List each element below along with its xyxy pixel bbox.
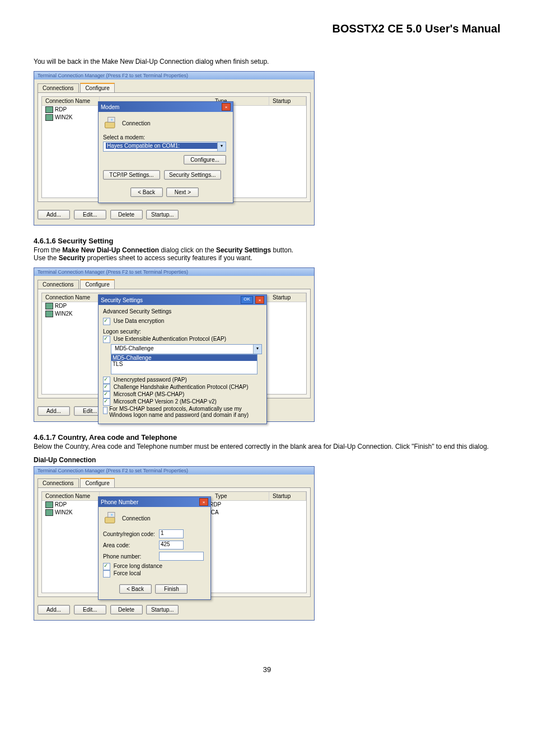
add-button[interactable]: Add... bbox=[38, 605, 70, 614]
connection-list: Connection Name Type Startup RDP RDP WIN… bbox=[41, 491, 307, 593]
t2: Make New Dial-Up Connection bbox=[62, 246, 159, 254]
phone-dialog-body: Connection Country/region code: 1 Area c… bbox=[99, 507, 210, 599]
connection-rows: RDP RDP WIN2K ICA Phone Number × bbox=[42, 501, 306, 593]
force-long-distance-checkbox[interactable] bbox=[103, 563, 110, 570]
header-startup[interactable]: Startup bbox=[269, 293, 306, 302]
modem-dropdown[interactable]: Hayes Compatible on COM1: ▾ bbox=[103, 142, 226, 152]
security-settings-button[interactable]: Security Settings... bbox=[164, 170, 221, 180]
listbox-item[interactable]: MD5-Challenge bbox=[111, 355, 257, 361]
tab-configure[interactable]: Configure bbox=[80, 279, 114, 289]
modem-dialog-body: Connection Select a modem: Hayes Compati… bbox=[99, 112, 233, 203]
delete-button[interactable]: Delete bbox=[110, 605, 143, 614]
connection-wizard-icon bbox=[103, 510, 119, 526]
edit-button[interactable]: Edit... bbox=[74, 210, 106, 219]
t7: Security bbox=[59, 254, 85, 262]
t6: Use the bbox=[34, 254, 59, 262]
connection-list: Connection Name Type Startup RDP WIN2K S… bbox=[41, 293, 307, 395]
configure-button[interactable]: Configure... bbox=[184, 155, 226, 165]
phone-dialog: Phone Number × Connection Country/region… bbox=[98, 496, 211, 600]
tcm-tabs: Connections Configure bbox=[34, 475, 314, 487]
eap-dropdown[interactable]: MD5-Challenge ▾ bbox=[111, 344, 262, 354]
eap-label: Use Extensible Authentication Protocol (… bbox=[114, 336, 226, 342]
tcm-window-phone: Terminal Connection Manager (Press F2 to… bbox=[34, 466, 315, 621]
header-name[interactable]: Connection Name bbox=[42, 293, 100, 302]
security-dialog: Security Settings OK × Advanced Security… bbox=[98, 294, 267, 424]
tab-configure[interactable]: Configure bbox=[80, 478, 114, 487]
header-startup[interactable]: Startup bbox=[269, 97, 306, 105]
area-code-value: 425 bbox=[161, 541, 170, 547]
section-4617-heading: 4.6.1.7 Country, Area code and Telephone bbox=[34, 433, 500, 442]
area-code-label: Area code: bbox=[103, 542, 159, 548]
section-4616-text: From the Make New Dial-Up Connection dia… bbox=[34, 246, 500, 262]
conn-name: RDP bbox=[55, 106, 97, 113]
t5: button. bbox=[271, 246, 293, 254]
close-icon[interactable]: × bbox=[255, 296, 264, 304]
auto-logon-label: For MS-CHAP based protocols, Automatical… bbox=[109, 406, 262, 418]
security-dialog-title: Security Settings bbox=[101, 297, 143, 303]
close-icon[interactable]: × bbox=[222, 103, 231, 111]
startup-button[interactable]: Startup... bbox=[146, 605, 179, 614]
startup-button[interactable]: Startup... bbox=[146, 210, 179, 219]
eap-listbox[interactable]: MD5-Challenge TLS bbox=[111, 354, 257, 374]
ok-button[interactable]: OK bbox=[241, 296, 253, 304]
phone-number-field[interactable] bbox=[159, 552, 204, 561]
section-4616-heading: 4.6.1.6 Security Setting bbox=[34, 237, 500, 245]
security-dialog-titlebar: Security Settings OK × bbox=[99, 295, 266, 305]
auto-logon-checkbox[interactable] bbox=[103, 407, 107, 414]
tab-connections[interactable]: Connections bbox=[38, 280, 79, 289]
tcm-window-modem: Terminal Connection Manager (Press F2 to… bbox=[34, 71, 315, 226]
country-code-value: 1 bbox=[161, 530, 164, 536]
listbox-item[interactable]: TLS bbox=[111, 361, 257, 367]
eap-checkbox[interactable] bbox=[103, 336, 110, 343]
header-name[interactable]: Connection Name bbox=[42, 97, 100, 105]
force-local-label: Force local bbox=[114, 570, 141, 576]
ica-icon bbox=[45, 311, 53, 317]
tcm-panel: Connection Name Type Startup RDP RDP WIN… bbox=[38, 487, 311, 597]
close-icon[interactable]: × bbox=[199, 498, 208, 506]
header-name[interactable]: Connection Name bbox=[42, 492, 100, 500]
tcpip-settings-button[interactable]: TCP/IP Settings... bbox=[103, 170, 160, 180]
tcm-tabs: Connections Configure bbox=[34, 276, 314, 289]
tab-configure[interactable]: Configure bbox=[80, 83, 114, 92]
header-startup[interactable]: Startup bbox=[269, 492, 306, 500]
header-type[interactable]: Type bbox=[212, 492, 269, 500]
t3: dialog click on the bbox=[159, 246, 216, 254]
finish-button[interactable]: Finish bbox=[155, 584, 188, 594]
rdp-icon bbox=[45, 501, 53, 508]
connection-list: Connection Name Type Startup RDP RDP WIN… bbox=[41, 96, 307, 198]
eap-selected: MD5-Challenge bbox=[114, 345, 154, 351]
tcm-titlebar: Terminal Connection Manager (Press F2 to… bbox=[34, 268, 314, 276]
area-code-field[interactable]: 425 bbox=[159, 541, 184, 550]
next-button[interactable]: Next > bbox=[166, 187, 199, 197]
modem-dialog-titlebar: Modem × bbox=[99, 102, 233, 112]
tcm-titlebar: Terminal Connection Manager (Press F2 to… bbox=[34, 467, 314, 475]
security-dialog-body: Advanced Security Settings Use Data encr… bbox=[99, 305, 266, 424]
back-button[interactable]: < Back bbox=[119, 584, 152, 594]
tcm-button-row: Add... Edit... Delete Startup... bbox=[34, 600, 314, 620]
modem-selected: Hayes Compatible on COM1: bbox=[106, 143, 223, 149]
edit-button[interactable]: Edit... bbox=[74, 605, 106, 614]
logon-security-label: Logon security: bbox=[103, 328, 262, 335]
tcm-tabs: Connections Configure bbox=[34, 79, 314, 92]
conn-name: RDP bbox=[55, 501, 97, 508]
ica-icon bbox=[45, 114, 53, 121]
t8: properties sheet to access security feat… bbox=[85, 254, 252, 262]
page-title: BOSSTX2 CE 5.0 User's Manual bbox=[34, 22, 500, 35]
back-button[interactable]: < Back bbox=[130, 187, 163, 197]
tcm-panel: Connection Name Type Startup RDP RDP WIN… bbox=[38, 92, 311, 202]
data-encryption-checkbox[interactable] bbox=[103, 318, 110, 325]
svg-rect-3 bbox=[105, 517, 115, 523]
t1: From the bbox=[34, 246, 62, 254]
force-local-checkbox[interactable] bbox=[103, 570, 110, 577]
tab-connections[interactable]: Connections bbox=[38, 83, 79, 92]
connection-rows: RDP WIN2K Security Settings OK × bbox=[42, 302, 306, 394]
connection-wizard-icon bbox=[103, 115, 119, 131]
mschap2-checkbox[interactable] bbox=[103, 398, 110, 406]
add-button[interactable]: Add... bbox=[38, 406, 70, 416]
country-code-field[interactable]: 1 bbox=[159, 529, 184, 538]
conn-name: WIN2K bbox=[55, 311, 97, 317]
add-button[interactable]: Add... bbox=[38, 210, 70, 219]
delete-button[interactable]: Delete bbox=[110, 210, 143, 219]
tab-connections[interactable]: Connections bbox=[38, 478, 79, 487]
conn-name: RDP bbox=[55, 303, 97, 309]
